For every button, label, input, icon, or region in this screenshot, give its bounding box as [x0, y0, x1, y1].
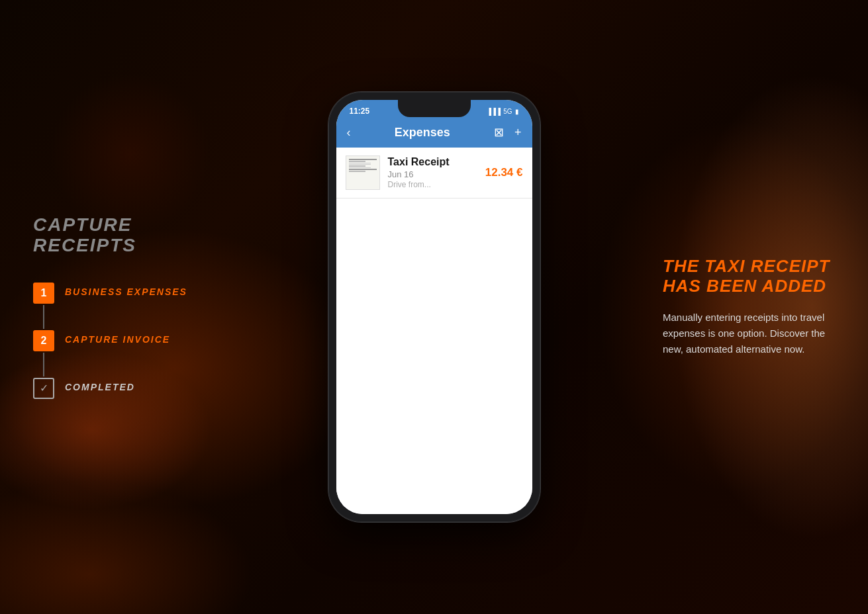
receipt-item[interactable]: Taxi Receipt Jun 16 Drive from... 12.34 …	[336, 148, 532, 198]
signal-bars-icon: ▐▐▐	[487, 108, 501, 115]
status-time: 11:25	[350, 107, 370, 116]
step-2-line	[43, 353, 44, 376]
header-title: Expenses	[395, 126, 450, 140]
phone-screen: 11:25 ▐▐▐ 5G ▮ ‹ Expenses ⊠ +	[336, 100, 532, 514]
receipt-thumb-line-8	[349, 171, 365, 172]
network-type: 5G	[503, 108, 512, 115]
step-1-label: BUSINESS EXPENSES	[65, 286, 187, 297]
receipt-title: Taxi Receipt	[388, 156, 477, 168]
step-1-badge: 1	[33, 283, 54, 304]
right-body: Manually entering receipts into travel e…	[663, 310, 835, 357]
receipt-thumb-line-3	[349, 163, 371, 163]
receipt-thumb-line-1	[349, 159, 377, 160]
phone-notch	[398, 100, 471, 117]
left-panel: CAPTURE RECEIPTS 1 BUSINESS EXPENSES 2 C…	[0, 215, 225, 399]
edit-button[interactable]: ⊠	[494, 125, 504, 140]
right-panel: THE TAXI RECEIPT HAS BEEN ADDED Manually…	[643, 257, 868, 357]
step-2-item: 2 CAPTURE INVOICE	[33, 330, 199, 378]
status-right: ▐▐▐ 5G ▮	[487, 108, 519, 115]
phone-mockup: 11:25 ▐▐▐ 5G ▮ ‹ Expenses ⊠ +	[328, 92, 540, 522]
receipt-thumb-line-4	[349, 164, 371, 165]
battery-icon: ▮	[515, 108, 519, 115]
steps-list: 1 BUSINESS EXPENSES 2 CAPTURE INVOICE ✓ …	[33, 283, 199, 399]
header-actions: ⊠ +	[494, 125, 522, 140]
step-2-badge: 2	[33, 330, 54, 351]
add-button[interactable]: +	[514, 126, 522, 140]
step-3-badge: ✓	[33, 378, 54, 399]
receipt-thumb-line-6	[349, 167, 371, 168]
receipt-thumb-line-2	[349, 161, 365, 162]
receipt-date: Jun 16	[388, 169, 477, 179]
main-content: CAPTURE RECEIPTS 1 BUSINESS EXPENSES 2 C…	[0, 0, 868, 614]
phone-container: 11:25 ▐▐▐ 5G ▮ ‹ Expenses ⊠ +	[225, 92, 643, 522]
step-2-connector: 2	[33, 330, 54, 378]
phone-header: ‹ Expenses ⊠ +	[336, 120, 532, 148]
step-1-connector: 1	[33, 283, 54, 330]
receipt-thumb-line-5	[349, 165, 365, 167]
receipt-description: Drive from...	[388, 180, 477, 189]
receipt-thumbnail	[346, 155, 380, 190]
phone-body	[336, 198, 532, 514]
step-3-connector: ✓	[33, 378, 54, 399]
step-2-label: CAPTURE INVOICE	[65, 334, 170, 345]
step-1-item: 1 BUSINESS EXPENSES	[33, 283, 199, 330]
back-button[interactable]: ‹	[347, 126, 351, 140]
section-title: CAPTURE RECEIPTS	[33, 215, 199, 256]
step-3-item: ✓ COMPLETED	[33, 378, 199, 399]
step-3-label: COMPLETED	[65, 382, 135, 392]
step-1-line	[43, 305, 44, 329]
receipt-amount: 12.34 €	[485, 166, 523, 179]
right-headline: THE TAXI RECEIPT HAS BEEN ADDED	[663, 257, 835, 296]
receipt-info: Taxi Receipt Jun 16 Drive from...	[388, 156, 477, 189]
receipt-thumb-line-7	[349, 169, 377, 170]
